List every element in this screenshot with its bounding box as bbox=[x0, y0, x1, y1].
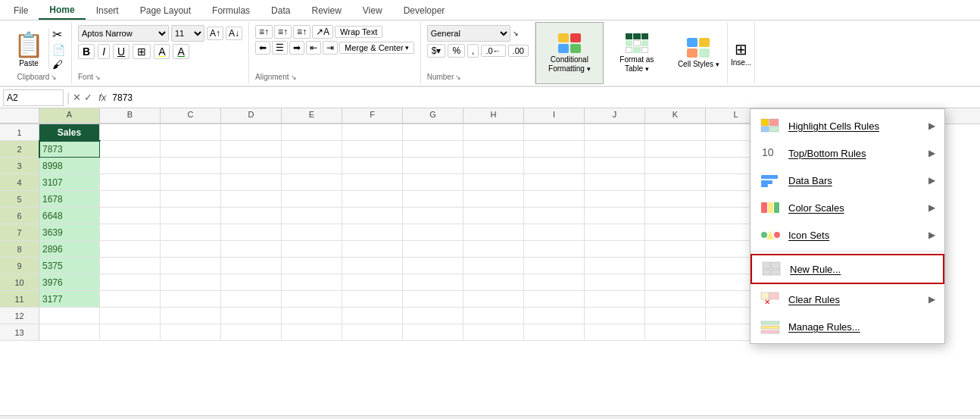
cell-13-C[interactable] bbox=[161, 324, 221, 341]
clipboard-expand-icon[interactable]: ↘ bbox=[51, 73, 57, 81]
cell-13-F[interactable] bbox=[342, 324, 403, 341]
cell-4-G[interactable] bbox=[403, 174, 463, 191]
cell-11-D[interactable] bbox=[221, 291, 282, 308]
cell-2-D[interactable] bbox=[221, 141, 282, 158]
cell-10-G[interactable] bbox=[403, 274, 463, 291]
cell-6-C[interactable] bbox=[161, 208, 221, 224]
cell-5-D[interactable] bbox=[221, 191, 282, 208]
row-header-3[interactable]: 3 bbox=[0, 158, 39, 174]
align-top-center[interactable]: ≡↑ bbox=[274, 25, 292, 39]
number-format-select[interactable]: General bbox=[427, 25, 510, 42]
increase-font-button[interactable]: A↑ bbox=[207, 27, 223, 40]
row-header-9[interactable]: 9 bbox=[0, 258, 39, 274]
increase-decimal[interactable]: .00 bbox=[508, 45, 529, 57]
cell-9-B[interactable] bbox=[100, 258, 161, 274]
merge-center-button[interactable]: Merge & Center▾ bbox=[339, 42, 414, 54]
font-name-select[interactable]: Aptos Narrow bbox=[78, 25, 169, 42]
menu-item-icon-sets[interactable]: Icon Sets▶ bbox=[751, 221, 944, 249]
menu-item-color-scales[interactable]: Color Scales▶ bbox=[751, 194, 944, 221]
format-as-table-button[interactable]: Format as Table ▾ bbox=[604, 22, 670, 84]
cell-6-B[interactable] bbox=[100, 208, 161, 224]
tab-developer[interactable]: Developer bbox=[393, 2, 456, 19]
cf-arrow[interactable]: ▾ bbox=[587, 65, 591, 73]
cell-8-I[interactable] bbox=[524, 241, 585, 258]
cell-5-J[interactable] bbox=[585, 191, 645, 208]
row-header-8[interactable]: 8 bbox=[0, 241, 39, 258]
cell-1-A[interactable]: Sales bbox=[39, 124, 100, 141]
tab-view[interactable]: View bbox=[352, 2, 393, 19]
cell-5-A[interactable]: 1678 bbox=[39, 191, 100, 208]
cell-12-K[interactable] bbox=[645, 308, 706, 324]
cell-3-E[interactable] bbox=[282, 158, 342, 174]
cell-8-D[interactable] bbox=[221, 241, 282, 258]
cell-9-K[interactable] bbox=[645, 258, 706, 274]
cell-1-F[interactable] bbox=[342, 124, 403, 141]
col-header-H[interactable]: H bbox=[463, 108, 524, 124]
cell-8-K[interactable] bbox=[645, 241, 706, 258]
wrap-text-button[interactable]: Wrap Text bbox=[335, 26, 382, 38]
border-button[interactable]: ⊞ bbox=[133, 44, 151, 59]
cell-13-H[interactable] bbox=[463, 324, 524, 341]
cell-11-I[interactable] bbox=[524, 291, 585, 308]
cell-13-D[interactable] bbox=[221, 324, 282, 341]
cell-4-K[interactable] bbox=[645, 174, 706, 191]
cell-4-J[interactable] bbox=[585, 174, 645, 191]
cell-8-B[interactable] bbox=[100, 241, 161, 258]
cell-13-E[interactable] bbox=[282, 324, 342, 341]
fat-arrow[interactable]: ▾ bbox=[645, 65, 649, 73]
cell-3-J[interactable] bbox=[585, 158, 645, 174]
cell-9-I[interactable] bbox=[524, 258, 585, 274]
cell-6-H[interactable] bbox=[463, 208, 524, 224]
cell-13-J[interactable] bbox=[585, 324, 645, 341]
cell-10-H[interactable] bbox=[463, 274, 524, 291]
cell-11-G[interactable] bbox=[403, 291, 463, 308]
cell-styles-button[interactable]: Cell Styles ▾ bbox=[670, 22, 727, 84]
cell-10-F[interactable] bbox=[342, 274, 403, 291]
number-expand-inline[interactable]: ↘ bbox=[513, 30, 519, 37]
cell-7-C[interactable] bbox=[161, 224, 221, 241]
col-header-E[interactable]: E bbox=[282, 108, 342, 124]
cell-13-G[interactable] bbox=[403, 324, 463, 341]
row-header-1[interactable]: 1 bbox=[0, 124, 39, 141]
cell-2-I[interactable] bbox=[524, 141, 585, 158]
row-header-13[interactable]: 13 bbox=[0, 324, 39, 341]
cell-2-G[interactable] bbox=[403, 141, 463, 158]
cell-11-K[interactable] bbox=[645, 291, 706, 308]
col-header-K[interactable]: K bbox=[645, 108, 706, 124]
cell-12-D[interactable] bbox=[221, 308, 282, 324]
cell-4-I[interactable] bbox=[524, 174, 585, 191]
menu-item-clear-rules[interactable]: ✕Clear Rules▶ bbox=[751, 286, 944, 313]
cell-11-F[interactable] bbox=[342, 291, 403, 308]
cell-6-K[interactable] bbox=[645, 208, 706, 224]
row-header-10[interactable]: 10 bbox=[0, 274, 39, 291]
cell-12-E[interactable] bbox=[282, 308, 342, 324]
currency-button[interactable]: $▾ bbox=[427, 44, 446, 58]
menu-item-new-rule[interactable]: New Rule... bbox=[751, 254, 944, 284]
cell-3-G[interactable] bbox=[403, 158, 463, 174]
row-header-2[interactable]: 2 bbox=[0, 141, 39, 158]
cell-7-A[interactable]: 3639 bbox=[39, 224, 100, 241]
cut-button[interactable]: ✂ bbox=[52, 27, 65, 42]
cell-2-H[interactable] bbox=[463, 141, 524, 158]
cell-5-I[interactable] bbox=[524, 191, 585, 208]
cell-4-F[interactable] bbox=[342, 174, 403, 191]
font-color-button[interactable]: A bbox=[173, 44, 189, 59]
italic-button[interactable]: I bbox=[98, 44, 110, 59]
cell-9-C[interactable] bbox=[161, 258, 221, 274]
cell-5-K[interactable] bbox=[645, 191, 706, 208]
cell-3-I[interactable] bbox=[524, 158, 585, 174]
cell-12-G[interactable] bbox=[403, 308, 463, 324]
insert-partial-button[interactable]: ⊞Inse... bbox=[727, 22, 754, 84]
row-header-5[interactable]: 5 bbox=[0, 191, 39, 208]
cell-11-E[interactable] bbox=[282, 291, 342, 308]
cell-1-E[interactable] bbox=[282, 124, 342, 141]
tab-file[interactable]: File bbox=[3, 2, 39, 19]
cell-10-E[interactable] bbox=[282, 274, 342, 291]
decrease-indent[interactable]: ⇤ bbox=[306, 41, 321, 55]
cell-3-H[interactable] bbox=[463, 158, 524, 174]
cell-8-F[interactable] bbox=[342, 241, 403, 258]
percent-button[interactable]: % bbox=[448, 44, 465, 58]
col-header-C[interactable]: C bbox=[161, 108, 221, 124]
cell-12-J[interactable] bbox=[585, 308, 645, 324]
col-header-B[interactable]: B bbox=[100, 108, 161, 124]
